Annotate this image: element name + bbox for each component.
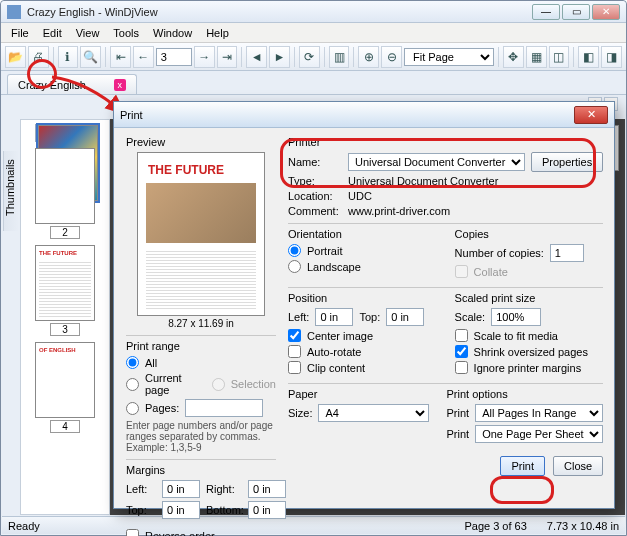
status-ready: Ready	[8, 520, 40, 532]
find-button[interactable]: 🔍	[80, 46, 101, 68]
printer-location: UDC	[348, 190, 372, 202]
pos-left-input[interactable]	[315, 308, 353, 326]
pos-top-input[interactable]	[386, 308, 424, 326]
main-window: Crazy English - WinDjView — ▭ ✕ File Edi…	[0, 0, 627, 536]
menu-edit[interactable]: Edit	[37, 25, 68, 41]
first-page-button[interactable]: ⇤	[110, 46, 131, 68]
close-tab-icon[interactable]: x	[114, 79, 126, 91]
orientation-group: Orientation	[288, 228, 437, 240]
printer-properties-button[interactable]: Properties	[531, 152, 603, 172]
prev-page-button[interactable]: ←	[133, 46, 154, 68]
tool-3-button[interactable]: ◫	[549, 46, 570, 68]
printer-group: Printer	[288, 136, 603, 148]
paper-group: Paper	[288, 388, 429, 400]
zoom-select[interactable]: Fit Page	[404, 48, 494, 66]
preview-image	[137, 152, 265, 316]
copies-input[interactable]	[550, 244, 584, 262]
margin-right-input[interactable]	[248, 480, 286, 498]
preview-label: Preview	[126, 136, 276, 148]
options-group: Print options	[447, 388, 604, 400]
position-group: Position	[288, 292, 437, 304]
scaled-group: Scaled print size	[455, 292, 604, 304]
tool-4-button[interactable]: ◧	[578, 46, 599, 68]
dialog-close-button[interactable]: ✕	[574, 106, 608, 124]
dialog-title: Print	[120, 109, 574, 121]
zoom-in-button[interactable]: ⊕	[358, 46, 379, 68]
center-image-checkbox[interactable]	[288, 329, 301, 342]
range-all-radio[interactable]	[126, 356, 139, 369]
range-hint: Enter page numbers and/or page ranges se…	[126, 420, 276, 453]
menu-bar: File Edit View Tools Window Help	[1, 23, 626, 43]
document-tabstrip: Crazy English x	[1, 71, 626, 95]
maximize-button[interactable]: ▭	[562, 4, 590, 20]
printer-comment: www.print-driver.com	[348, 205, 450, 217]
scale-input[interactable]	[491, 308, 541, 326]
thumbnail[interactable]: 3	[35, 245, 95, 336]
reverse-order-checkbox[interactable]	[126, 529, 139, 536]
layout-button[interactable]: ▥	[329, 46, 350, 68]
print-what-select[interactable]: All Pages In Range	[475, 404, 603, 422]
print-button[interactable]: 🖨	[28, 46, 49, 68]
auto-rotate-checkbox[interactable]	[288, 345, 301, 358]
menu-file[interactable]: File	[5, 25, 35, 41]
minimize-button[interactable]: —	[532, 4, 560, 20]
print-confirm-button[interactable]: Print	[500, 456, 545, 476]
thumbnail[interactable]: 2	[35, 148, 95, 239]
last-page-button[interactable]: ⇥	[217, 46, 238, 68]
thumbnail[interactable]: 1	[35, 124, 95, 142]
menu-help[interactable]: Help	[200, 25, 235, 41]
margin-bottom-input[interactable]	[248, 501, 286, 519]
thumbnail[interactable]: 4	[35, 342, 95, 433]
open-button[interactable]: 📂	[5, 46, 26, 68]
dialog-titlebar: Print ✕	[114, 102, 614, 128]
page-number-input[interactable]	[156, 48, 192, 66]
collate-checkbox	[455, 265, 468, 278]
nav-fwd-button[interactable]: ►	[269, 46, 290, 68]
printer-name-select[interactable]: Universal Document Converter	[348, 153, 525, 171]
paper-size-select[interactable]: A4	[318, 404, 428, 422]
range-current-radio[interactable]	[126, 378, 139, 391]
titlebar: Crazy English - WinDjView — ▭ ✕	[1, 1, 626, 23]
margin-top-input[interactable]	[162, 501, 200, 519]
margin-left-input[interactable]	[162, 480, 200, 498]
scale-fit-checkbox[interactable]	[455, 329, 468, 342]
tool-5-button[interactable]: ◨	[601, 46, 622, 68]
toolbar: 📂 🖨 ℹ 🔍 ⇤ ← → ⇥ ◄ ► ⟳ ▥ ⊕ ⊖ Fit Page ✥ ▦…	[1, 43, 626, 71]
close-button[interactable]: ✕	[592, 4, 620, 20]
rotate-button[interactable]: ⟳	[299, 46, 320, 68]
orientation-portrait-radio[interactable]	[288, 244, 301, 257]
range-pages-input[interactable]	[185, 399, 263, 417]
thumbnails-panel: 1 2 3 4	[20, 119, 110, 515]
print-dialog: Print ✕ Preview 8.27 x 11.69 in Print ra…	[113, 101, 615, 509]
tool-2-button[interactable]: ▦	[526, 46, 547, 68]
menu-view[interactable]: View	[70, 25, 106, 41]
info-button[interactable]: ℹ	[58, 46, 79, 68]
menu-window[interactable]: Window	[147, 25, 198, 41]
zoom-out-button[interactable]: ⊖	[381, 46, 402, 68]
tool-1-button[interactable]: ✥	[503, 46, 524, 68]
dialog-close-button-2[interactable]: Close	[553, 456, 603, 476]
print-layout-select[interactable]: One Page Per Sheet	[475, 425, 603, 443]
ignore-margins-checkbox[interactable]	[455, 361, 468, 374]
margins-group: Margins	[126, 464, 276, 476]
app-icon	[7, 5, 21, 19]
clip-content-checkbox[interactable]	[288, 361, 301, 374]
window-title: Crazy English - WinDjView	[27, 6, 532, 18]
copies-group: Copies	[455, 228, 604, 240]
nav-back-button[interactable]: ◄	[246, 46, 267, 68]
menu-tools[interactable]: Tools	[107, 25, 145, 41]
document-tab-label: Crazy English	[18, 79, 86, 91]
range-group: Print range	[126, 340, 276, 352]
preview-size: 8.27 x 11.69 in	[126, 318, 276, 329]
orientation-landscape-radio[interactable]	[288, 260, 301, 273]
range-selection-radio	[212, 378, 225, 391]
document-tab[interactable]: Crazy English x	[7, 74, 137, 94]
next-page-button[interactable]: →	[194, 46, 215, 68]
printer-type: Universal Document Converter	[348, 175, 498, 187]
shrink-checkbox[interactable]	[455, 345, 468, 358]
range-pages-radio[interactable]	[126, 402, 139, 415]
